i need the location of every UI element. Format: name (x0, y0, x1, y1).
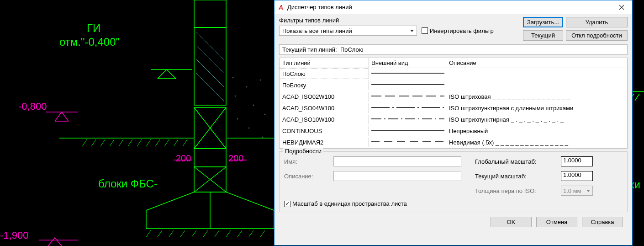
linetype-row[interactable]: НЕВИДИМАЯ2Невидимая (.5x) _ _ _ _ _ _ _ … (280, 137, 627, 148)
details-name-label: Имя: (284, 158, 330, 165)
cad-elev-1900: -1,900 (0, 230, 28, 241)
details-name-input (333, 156, 461, 166)
row-name: ПоБлоку (280, 80, 369, 90)
svg-line-29 (100, 139, 105, 146)
iso-pen-label: Толщина пера по ISO: (475, 187, 557, 194)
linetype-row[interactable]: ACAD_ISO10W100ISO штрихпунктирная _ . _ … (280, 114, 627, 125)
cad-label-fbs: блоки ФБС- (98, 177, 158, 190)
svg-line-34 (146, 139, 151, 146)
svg-rect-1 (194, 27, 226, 105)
svg-line-37 (174, 139, 178, 146)
row-description: Невидимая (.5x) _ _ _ _ _ _ _ _ _ _ _ _ … (446, 138, 627, 147)
dialog-title: Диспетчер типов линий (287, 4, 611, 11)
paperspace-units-checkbox[interactable]: Масштаб в единицах пространства листа (284, 200, 407, 207)
linetype-list[interactable]: Тип линий Внешний вид Описание ПоСлоюПоБ… (279, 58, 628, 149)
linetype-row[interactable]: ACAD_ISO02W100ISO штриховая _ _ _ _ _ _ … (280, 91, 627, 102)
svg-line-32 (128, 139, 132, 146)
invert-filter-checkbox[interactable]: Инвертировать фильтр (422, 27, 494, 34)
dialog-titlebar[interactable]: A Диспетчер типов линий (274, 0, 632, 14)
svg-line-46 (226, 230, 231, 237)
row-description: Непрерывный (446, 126, 627, 136)
details-legend: Подробности (283, 148, 323, 155)
row-appearance (369, 125, 446, 137)
svg-rect-5 (194, 149, 226, 167)
row-description (446, 73, 627, 75)
linetype-row[interactable]: ПоСлою (280, 68, 627, 80)
row-appearance (369, 91, 446, 102)
svg-line-40 (158, 230, 162, 237)
hide-details-button[interactable]: Откл подробности (566, 30, 628, 41)
svg-line-39 (146, 230, 151, 237)
svg-line-49 (260, 230, 265, 237)
svg-point-16 (253, 105, 254, 106)
svg-line-24 (196, 73, 224, 101)
cad-label-gi: ГИ (87, 22, 100, 35)
details-desc-label: Описание: (284, 173, 330, 180)
global-scale-input[interactable]: 1.0000 (561, 156, 593, 166)
load-button[interactable]: Загрузить... (523, 17, 563, 27)
cad-dim-200b: 200 (228, 153, 243, 164)
filter-legend: Фильтры типов линий (279, 17, 519, 24)
svg-point-15 (235, 96, 236, 96)
row-name: CONTINUOUS (280, 126, 369, 136)
row-appearance (369, 137, 446, 148)
current-scale-label: Текущий масштаб: (475, 173, 557, 180)
svg-line-35 (155, 139, 160, 146)
filter-selected-value: Показать все типы линий (282, 27, 352, 34)
filter-select[interactable]: Показать все типы линий (279, 26, 417, 36)
cad-label-elev: отм."-0,400" (59, 36, 120, 48)
list-header: Тип линий Внешний вид Описание (280, 58, 627, 68)
svg-rect-0 (194, 0, 226, 27)
row-description: ISO штрихпунктирная с длинными штрихами (446, 103, 627, 113)
global-scale-label: Глобальный масштаб: (475, 158, 557, 165)
svg-line-31 (119, 139, 123, 146)
row-name: ACAD_ISO10W100 (280, 115, 369, 124)
svg-line-42 (180, 230, 185, 237)
svg-line-48 (249, 230, 253, 237)
linetype-manager-dialog: A Диспетчер типов линий Фильтры типов ли… (274, 0, 633, 246)
svg-line-43 (192, 230, 196, 237)
row-name: ACAD_ISO02W100 (280, 92, 369, 102)
invert-filter-label: Инвертировать фильтр (430, 27, 494, 34)
set-current-button[interactable]: Текущий (523, 30, 563, 41)
header-name[interactable]: Тип линий (280, 58, 369, 68)
svg-point-14 (260, 80, 261, 80)
header-appearance[interactable]: Внешний вид (369, 58, 446, 68)
header-description[interactable]: Описание (446, 58, 627, 68)
iso-pen-select: 1.0 мм (561, 186, 593, 196)
svg-line-30 (110, 139, 114, 146)
svg-line-38 (183, 139, 187, 146)
svg-line-47 (238, 230, 242, 237)
close-button[interactable] (611, 0, 632, 14)
delete-button[interactable]: Удалить (566, 17, 628, 27)
svg-point-13 (246, 86, 247, 87)
checkbox-icon (284, 201, 290, 207)
linetype-row[interactable]: CONTINUOUSНепрерывный (280, 125, 627, 137)
svg-line-45 (215, 230, 219, 237)
svg-point-20 (262, 137, 263, 138)
svg-rect-11 (227, 71, 273, 142)
svg-line-33 (137, 139, 142, 146)
details-group: Подробности Имя: Описание: Глобальный ма… (279, 151, 628, 212)
svg-line-44 (203, 230, 208, 237)
svg-line-36 (164, 139, 169, 146)
ok-button[interactable]: OK (491, 217, 532, 227)
help-button[interactable]: Справка (582, 217, 623, 227)
linetype-row[interactable]: ПоБлоку (280, 80, 627, 91)
svg-point-12 (232, 77, 233, 78)
cancel-button[interactable]: Отмена (536, 217, 577, 227)
linetype-row[interactable]: ACAD_ISO04W100ISO штрихпунктирная с длин… (280, 102, 627, 114)
svg-line-28 (91, 139, 96, 146)
row-appearance (369, 68, 446, 80)
cad-elev-0800: -0,800 (18, 101, 47, 112)
current-scale-input[interactable]: 1.0000 (561, 171, 593, 181)
details-desc-input (333, 171, 461, 181)
autocad-icon: A (277, 4, 285, 11)
row-description: ISO штриховая _ _ _ _ _ _ _ _ _ _ _ _ _ … (446, 92, 627, 102)
row-name: НЕВИДИМАЯ2 (280, 138, 369, 147)
svg-line-41 (169, 230, 174, 237)
close-icon (619, 5, 624, 10)
svg-point-17 (264, 114, 265, 115)
row-appearance (369, 102, 446, 114)
svg-line-22 (196, 46, 224, 73)
